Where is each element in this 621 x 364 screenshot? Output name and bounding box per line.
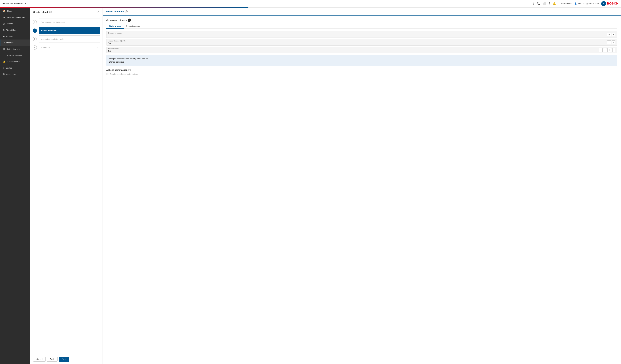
sidebar-item-quotas[interactable]: ≡ Quotas [0,65,30,71]
actions-icon: ▶ [3,35,5,38]
dollar-icon[interactable]: $ [549,2,550,5]
sidebar-item-label: Quotas [6,67,12,69]
bosch-circle-icon: B [601,1,606,6]
sidebar-item-label: Access control [7,61,20,63]
number-of-groups-field: Number of groups 3 − + [106,31,617,38]
error-threshold-controls: − + % ▾ [599,48,615,52]
services-icon: ⚙ [3,16,5,19]
sidebar-item-software-modules[interactable]: ⬚ Software modules [0,52,30,59]
wizard-panel: Create rollout i ✕ 1 Targets and distrib… [30,8,103,364]
trigger-threshold-decrement[interactable]: − [607,40,611,44]
next-button[interactable]: Next [59,357,69,362]
content-area: Create rollout i ✕ 1 Targets and distrib… [30,8,621,364]
step-box-3[interactable]: Action type and start option › [39,35,100,43]
trigger-threshold-field: Trigger threshold (in %) 50 − + [106,39,617,46]
sidebar-item-label: Target filters [6,29,17,31]
section-info-icon[interactable]: i [132,19,134,21]
sidebar-item-targets[interactable]: ◎ Targets [0,20,30,27]
sidebar-item-label: Targets [6,23,13,25]
step-box-4[interactable]: Summary › [39,44,100,51]
info-message-line2: 1 target per group [109,61,615,64]
trigger-threshold-label: Trigger threshold (in %) [108,40,126,42]
sidebar-item-actions[interactable]: ▶ Actions [0,33,30,40]
quotas-icon: ≡ [3,67,4,69]
sidebar-item-label: Rollouts [6,42,14,44]
cancel-button[interactable]: Cancel [33,357,46,362]
step-label-3: Action type and start option [41,38,65,40]
confirmation-checkbox-label: Requires confirmation for actions [110,73,138,75]
trigger-threshold-content: Trigger threshold (in %) 50 [108,40,126,45]
sidebar-item-configuration[interactable]: ⚙ Configuration [0,71,30,77]
info-message-line1: 3 targets are distributed equally into 3… [109,57,615,61]
subscription-link[interactable]: 🗂 Subscription [558,2,572,5]
share-icon[interactable]: ⇧ [533,2,535,5]
trigger-threshold-controls: − + [607,40,615,44]
number-of-groups-label: Number of groups [108,32,121,34]
rollouts-icon: ↺ [3,41,5,44]
phone-icon[interactable]: 📞 [537,2,540,5]
tab-dynamic-groups[interactable]: Dynamic groups [124,24,143,29]
confirmation-checkbox[interactable] [106,73,108,75]
step-box-2[interactable]: Group definition › [39,27,100,34]
actions-confirmation-title: Actions confirmation i [106,69,617,71]
error-threshold-increment[interactable]: + [603,48,607,52]
step-item-3: 3 Action type and start option › [33,35,100,43]
confirmation-checkbox-row: Requires confirmation for actions [106,73,617,75]
user-label: John.Doe@domain.com [578,2,599,5]
step-number-2: 2 [33,29,37,33]
targets-icon: ◎ [3,22,5,25]
sidebar-item-distribution-sets[interactable]: ▦ Distribution sets [0,46,30,52]
detail-content: Groups and triggers 1 i Static groups Dy… [103,16,621,78]
number-of-groups-increment[interactable]: + [612,32,615,36]
error-threshold-decrement[interactable]: − [599,48,603,52]
section-title: Groups and triggers 1 i [106,18,617,22]
step-box-1[interactable]: Targets and distribution set › [39,18,100,26]
step-arrow-3: › [97,38,98,40]
error-threshold-field: Error threshold 50 − + % ▾ [106,47,617,53]
trigger-threshold-increment[interactable]: + [612,40,615,44]
sidebar-item-target-filters[interactable]: ⊘ Target filters [0,27,30,33]
tab-static-groups[interactable]: Static groups [106,24,124,29]
window-icon[interactable]: ⬜ [543,2,546,5]
sidebar-item-label: Services and features [6,16,25,18]
app-title-area: Bosch IoT Rollouts ✕ [2,2,27,5]
sidebar: 🏠 Home ⚙ Services and features ◎ Targets… [0,8,30,364]
number-of-groups-decrement[interactable]: − [607,32,611,36]
filters-icon: ⊘ [3,29,5,31]
wizard-footer: Cancel Back Next [30,354,103,364]
bell-icon[interactable]: 🔔 [552,2,556,5]
close-button[interactable]: ✕ [24,2,27,5]
actions-confirmation-info-icon[interactable]: i [128,69,131,71]
sidebar-item-rollouts[interactable]: ↺ Rollouts [0,40,30,46]
wizard-close-button[interactable]: ✕ [97,10,100,14]
config-icon: ⚙ [3,73,5,76]
sidebar-item-label: Actions [6,35,13,38]
sidebar-item-home[interactable]: 🏠 Home [0,8,30,14]
step-number-4: 4 [33,45,37,50]
error-threshold-percent-button[interactable]: % [607,48,612,52]
detail-info-icon[interactable]: i [125,10,128,13]
step-label-2: Group definition [41,30,56,32]
detail-title: Group definition [106,10,124,13]
error-threshold-value: 50 [108,50,119,52]
sidebar-item-label: Configuration [6,73,18,75]
folder-icon: 🗂 [558,2,560,5]
actions-confirmation-section: Actions confirmation i Requires confirma… [106,69,617,75]
back-button[interactable]: Back [47,357,57,362]
step-arrow-2: › [97,29,98,32]
user-info[interactable]: 👤 John.Doe@domain.com [574,2,599,5]
top-bar-right: ⇧ 📞 ⬜ $ 🔔 🗂 Subscription 👤 John.Doe@doma… [533,1,619,6]
error-threshold-dropdown-button[interactable]: ▾ [612,48,615,52]
top-bar: Bosch IoT Rollouts ✕ ⇧ 📞 ⬜ $ 🔔 🗂 Subscri… [0,0,621,7]
groups-triggers-label: Groups and triggers [106,19,127,21]
sidebar-item-services[interactable]: ⚙ Services and features [0,14,30,20]
wizard-title: Create rollout [33,11,48,13]
sidebar-item-access-control[interactable]: 🔒 Access control [0,59,30,65]
user-icon: 👤 [574,2,577,5]
software-icon: ⬚ [3,54,5,57]
subscription-label: Subscription [561,2,572,5]
tabs: Static groups Dynamic groups [106,24,617,29]
wizard-info-icon[interactable]: i [49,11,52,13]
step-label-1: Targets and distribution set [41,21,65,23]
main-layout: 🏠 Home ⚙ Services and features ◎ Targets… [0,8,621,364]
